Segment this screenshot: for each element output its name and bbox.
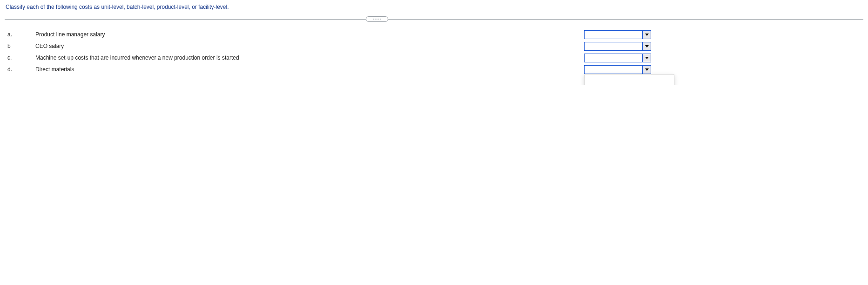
- chevron-down-icon: [642, 66, 651, 74]
- section-divider: [5, 16, 863, 22]
- instruction-text: Classify each of the following costs as …: [6, 4, 863, 10]
- question-page: Classify each of the following costs as …: [0, 0, 868, 85]
- answer-select-wrap: [584, 30, 659, 39]
- question-text: Product line manager salary: [35, 31, 584, 38]
- question-letter: d.: [5, 66, 35, 73]
- divider-handle[interactable]: [366, 16, 388, 22]
- question-letter: b: [5, 43, 35, 49]
- answer-select[interactable]: [584, 42, 651, 51]
- answer-select-wrap: [584, 42, 659, 51]
- question-row: c. Machine set-up costs that are incurre…: [5, 52, 863, 63]
- answer-value: [585, 54, 642, 62]
- divider-line: [5, 19, 863, 20]
- answer-select[interactable]: [584, 65, 651, 74]
- chevron-down-icon: [642, 42, 651, 50]
- question-row: b CEO salary: [5, 41, 863, 52]
- dropdown-panel: Batch-level Batch-level or Facility-leve…: [584, 74, 674, 85]
- question-row: a. Product line manager salary: [5, 29, 863, 40]
- question-row: d. Direct materials Batch-level Batch-le…: [5, 64, 863, 75]
- question-letter: c.: [5, 54, 35, 61]
- chevron-down-icon: [642, 31, 651, 39]
- question-letter: a.: [5, 31, 35, 38]
- answer-select-wrap: [584, 54, 659, 62]
- answer-select[interactable]: [584, 54, 651, 62]
- answer-value: [585, 42, 642, 50]
- question-text: CEO salary: [35, 43, 584, 49]
- answer-select[interactable]: [584, 30, 651, 39]
- answer-value: [585, 66, 642, 74]
- chevron-down-icon: [642, 54, 651, 62]
- question-text: Direct materials: [35, 66, 584, 73]
- questions-container: a. Product line manager salary b CEO sal…: [5, 29, 863, 75]
- question-text: Machine set-up costs that are incurred w…: [35, 54, 584, 61]
- answer-value: [585, 31, 642, 39]
- answer-select-wrap: Batch-level Batch-level or Facility-leve…: [584, 65, 659, 74]
